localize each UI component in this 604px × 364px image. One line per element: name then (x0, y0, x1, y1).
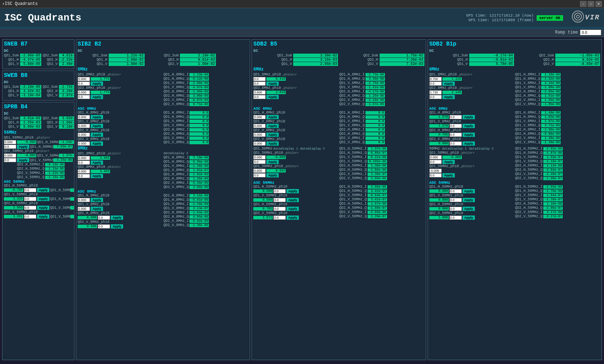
sib2-qd2-6mhz-phi0[interactable] (78, 90, 90, 95)
sdb2b5-asc-qd1h-56mhz-apply[interactable]: Apply (286, 189, 299, 193)
b1p-asc-qd2v-6mhz[interactable] (449, 141, 462, 146)
sprb-asc-qd1h-phi0-input[interactable] (24, 188, 36, 192)
sdb2b5-asc-qd2h-6mhz-apply[interactable]: Apply (266, 133, 279, 137)
sib2-qd2-8mhz[interactable] (78, 169, 90, 174)
sdb2b5-asc-qd1v-56mhz-apply[interactable]: Apply (286, 198, 299, 202)
b1p-asc-qd1h-56mhz-apply[interactable]: Apply (463, 189, 475, 193)
sib2-asc-qd2h-6mhz[interactable] (78, 133, 90, 137)
sib2-qd2-8mhz-apply[interactable]: Apply (91, 174, 103, 178)
sprb-qd1-56mhz-phi0-input[interactable] (4, 140, 16, 144)
sprb-qd2-56mhz-phi0-input[interactable] (4, 153, 16, 158)
b1p-qd1-6mhz-2[interactable] (429, 81, 442, 86)
maximize-button[interactable]: □ (588, 1, 594, 7)
sib2-asc-qd1v-6mhz-apply[interactable]: Apply (91, 124, 103, 128)
sib2-asc-qd2h-6mhz-apply[interactable]: Apply (91, 133, 103, 137)
sib2-asc-qd1h-8mhz[interactable] (78, 198, 90, 202)
sprb-qd1-56mhz-phi0-input2[interactable] (4, 145, 16, 149)
b1p-asc-qd2v-56mhz-apply[interactable]: Apply (463, 216, 475, 220)
b1p-asc-qd1v-56mhz-apply[interactable]: Apply (463, 198, 475, 202)
b1p-asc-qd1h-6mhz[interactable] (449, 115, 462, 119)
sdb2b5-qd1-56mhz-apply[interactable]: Apply (266, 160, 279, 164)
sprb-asc-qd2v-apply[interactable]: Apply (37, 214, 49, 219)
sib2-qd1-8mhz-apply[interactable]: Apply (91, 160, 103, 165)
b1p-qd2-6mhz[interactable] (429, 90, 442, 95)
b1p-qd1-6mhz[interactable] (429, 77, 442, 81)
b1p-qd2-56mhz-apply[interactable]: Apply (442, 173, 455, 177)
sprb-asc-qd1h-apply[interactable]: Apply (37, 188, 49, 192)
b1p-asc-qd2h-6mhz-apply[interactable]: Apply (463, 133, 475, 137)
sib2-asc-qd2v-8mhz-apply[interactable]: Apply (111, 224, 123, 229)
sdb2b5-asc-qd1v-6mhz[interactable] (253, 124, 266, 128)
b1p-qd2-56mhz-2[interactable] (429, 173, 442, 177)
sib2-asc-qd2v-6mhz[interactable] (78, 141, 90, 146)
sib2-qd1-6mhz-apply[interactable]: Apply (91, 81, 103, 86)
b1p-qd2-6mhz-2[interactable] (429, 95, 442, 99)
sprb-qd2-56mhz-apply[interactable]: Apply (17, 158, 29, 162)
b1p-qd1-56mhz-2[interactable] (429, 160, 442, 164)
b1p-asc-qd1v-6mhz[interactable] (449, 124, 462, 128)
sdb2b5-qd1-6mhz[interactable] (253, 77, 266, 81)
sprb-asc-qd1v-apply[interactable]: Apply (37, 197, 49, 201)
sib2-qd1-8mhz-2[interactable] (78, 160, 90, 165)
sdb2b5-qd2-6mhz[interactable] (253, 90, 266, 95)
sib2-qd2-6mhz-apply[interactable]: Apply (91, 95, 103, 99)
sib2-asc-qd2v-8mhz[interactable] (98, 224, 110, 229)
sdb2b5-qd1-6mhz-2[interactable] (253, 81, 266, 86)
sdb2b5-qd2-6mhz-2[interactable] (253, 95, 266, 99)
ramp-input[interactable] (580, 30, 601, 35)
close-button[interactable]: ✕ (596, 1, 602, 7)
b1p-asc-qd1h-56mhz[interactable] (449, 189, 462, 193)
sprb-qd2-56mhz-phi0-input2[interactable] (4, 158, 16, 162)
sdb2b5-asc-qd2h-56mhz[interactable] (273, 207, 286, 211)
b1p-asc-qd1v-56mhz[interactable] (449, 198, 462, 202)
sib2-qd1-6mhz-phi0-2[interactable] (78, 81, 90, 86)
b1p-asc-qd2h-56mhz-apply[interactable]: Apply (463, 207, 475, 211)
b1p-asc-qd1v-6mhz-apply[interactable]: Apply (463, 124, 475, 128)
sib2-asc-qd1h-6mhz[interactable] (78, 115, 90, 119)
b1p-qd1-56mhz[interactable] (429, 155, 442, 159)
b1p-asc-qd2v-6mhz-apply[interactable]: Apply (463, 141, 475, 146)
sdb2b5-asc-qd2h-56mhz-apply[interactable]: Apply (286, 207, 299, 211)
sprb-asc-qd1v-phi0-input[interactable] (24, 197, 36, 201)
sib2-asc-qd1v-8mhz[interactable] (78, 207, 90, 211)
sib2-asc-qd2v-6mhz-apply[interactable]: Apply (91, 141, 103, 146)
sdb2b5-asc-qd1h-56mhz[interactable] (273, 189, 286, 193)
sib2-asc-qd1h-6mhz-apply[interactable]: Apply (91, 115, 103, 119)
sdb2b5-qd1-56mhz-2[interactable] (253, 160, 266, 164)
sib2-asc-qd1v-8mhz-apply[interactable]: Apply (91, 207, 103, 211)
sib2-qd2-8mhz-2[interactable] (78, 174, 90, 178)
sib2-asc-qd2h-8mhz-apply[interactable]: Apply (111, 216, 123, 220)
b1p-asc-qd2h-6mhz[interactable] (449, 133, 462, 137)
sdb2b5-asc-qd1v-56mhz[interactable] (273, 198, 286, 202)
b1p-qd1-56mhz-apply[interactable]: Apply (442, 160, 455, 164)
sdb2b5-qd1-56mhz[interactable] (253, 155, 266, 159)
sdb2b5-asc-qd2v-6mhz-apply[interactable]: Apply (266, 141, 279, 146)
sib2-asc-qd1h-8mhz-apply[interactable]: Apply (91, 198, 103, 202)
sprb-asc-qd2h-phi0-input[interactable] (24, 206, 36, 210)
b1p-qd2-6mhz-apply[interactable]: Apply (442, 95, 455, 99)
sdb2b5-qd2-6mhz-apply[interactable]: Apply (266, 95, 279, 99)
sib2-qd1-6mhz-phi0[interactable] (78, 77, 90, 81)
sprb-asc-qd2v-phi0-input[interactable] (24, 214, 36, 219)
sdb2b5-qd2-56mhz[interactable] (253, 169, 266, 173)
sib2-qd1-8mhz[interactable] (78, 156, 90, 160)
sdb2b5-asc-qd1h-6mhz-apply[interactable]: Apply (266, 115, 279, 119)
b1p-qd2-56mhz[interactable] (429, 169, 442, 173)
sib2-asc-qd2h-8mhz[interactable] (98, 216, 110, 220)
sdb2b5-qd2-56mhz-2[interactable] (253, 173, 266, 177)
minimize-button[interactable]: – (580, 1, 586, 7)
sdb2b5-asc-qd2v-56mhz-apply[interactable]: Apply (286, 216, 299, 220)
sdb2b5-qd2-56mhz-apply[interactable]: Apply (266, 173, 279, 177)
sdb2b5-asc-qd2v-56mhz[interactable] (273, 216, 286, 220)
sprb-asc-qd2h-apply[interactable]: Apply (37, 206, 49, 210)
b1p-asc-qd2h-56mhz[interactable] (449, 207, 462, 211)
b1p-asc-qd1h-6mhz-apply[interactable]: Apply (463, 115, 475, 119)
sdb2b5-asc-qd1h-6mhz[interactable] (253, 115, 266, 119)
sdb2b5-asc-qd1v-6mhz-apply[interactable]: Apply (266, 124, 279, 128)
b1p-qd1-6mhz-apply[interactable]: Apply (442, 81, 455, 86)
b1p-asc-qd2v-56mhz[interactable] (449, 216, 462, 220)
sdb2b5-qd1-6mhz-apply[interactable]: Apply (266, 81, 279, 86)
sdb2b5-asc-qd2h-6mhz[interactable] (253, 133, 266, 137)
sdb2b5-asc-qd2v-6mhz[interactable] (253, 141, 266, 146)
sib2-qd2-6mhz-phi0-2[interactable] (78, 95, 90, 99)
